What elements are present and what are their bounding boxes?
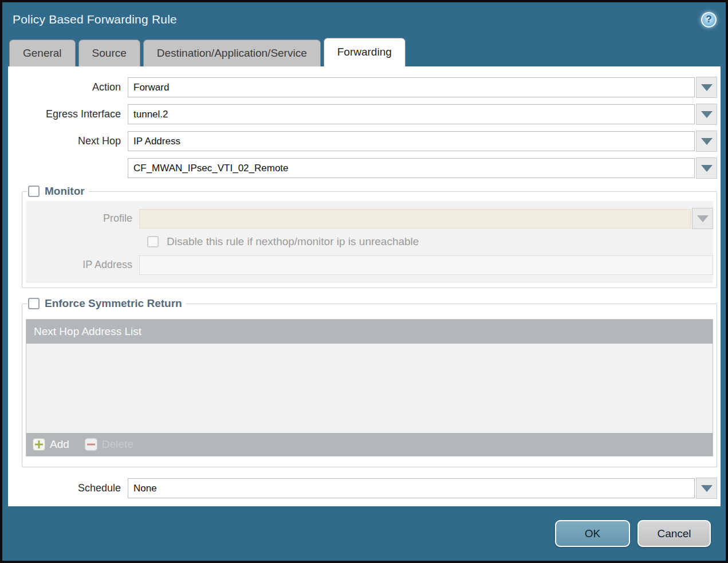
symmetric-return-section: Enforce Symmetric Return Next Hop Addres… — [22, 297, 717, 467]
delete-button: Delete — [85, 438, 133, 451]
egress-interface-row: Egress Interface tunnel.2 — [8, 104, 717, 124]
symmetric-return-legend-label: Enforce Symmetric Return — [45, 297, 182, 310]
action-row: Action Forward — [8, 77, 717, 97]
monitor-panel: Profile Disable this rule if nexthop/mon… — [26, 201, 713, 283]
tab-destination-application-service[interactable]: Destination/Application/Service — [143, 40, 321, 66]
egress-interface-label: Egress Interface — [8, 108, 128, 120]
schedule-dropdown-button[interactable] — [696, 478, 717, 499]
chevron-down-icon — [701, 165, 713, 172]
action-dropdown-button[interactable] — [696, 77, 717, 98]
chevron-down-icon — [701, 111, 713, 118]
add-button-label: Add — [50, 438, 69, 451]
next-hop-address-list-body[interactable] — [26, 344, 713, 433]
content-wrap: Action Forward Egress Interface tunnel.2… — [2, 66, 726, 506]
symmetric-return-legend: Enforce Symmetric Return — [27, 297, 186, 310]
next-hop-type-dropdown-button[interactable] — [696, 131, 717, 152]
next-hop-address-dropdown-button[interactable] — [696, 158, 717, 179]
dialog-title: Policy Based Forwarding Rule — [13, 13, 177, 26]
cancel-button[interactable]: Cancel — [638, 520, 711, 547]
next-hop-type-select[interactable]: IP Address — [128, 131, 695, 151]
egress-interface-select[interactable]: tunnel.2 — [128, 104, 695, 124]
table-footer-toolbar: Add Delete — [26, 433, 713, 456]
schedule-row: Schedule None — [8, 478, 717, 498]
monitor-legend: Monitor — [27, 185, 89, 198]
action-select[interactable]: Forward — [128, 77, 695, 97]
next-hop-address-list-header: Next Hop Address List — [26, 320, 713, 344]
dialog-footer: OK Cancel — [2, 506, 726, 561]
ok-button[interactable]: OK — [555, 520, 630, 547]
monitor-ip-input — [139, 255, 713, 275]
monitor-legend-label: Monitor — [45, 185, 85, 198]
tab-general[interactable]: General — [9, 40, 76, 66]
monitor-checkbox[interactable] — [28, 186, 40, 197]
egress-interface-dropdown-button[interactable] — [696, 104, 717, 125]
delete-button-label: Delete — [102, 438, 133, 451]
chevron-down-icon — [701, 84, 713, 91]
profile-row: Profile — [26, 208, 713, 229]
monitor-ip-row: IP Address — [26, 255, 713, 275]
titlebar: Policy Based Forwarding Rule ? — [2, 2, 726, 37]
schedule-select[interactable]: None — [128, 478, 695, 498]
next-hop-address-table: Next Hop Address List Add — [26, 319, 713, 456]
next-hop-label: Next Hop — [8, 135, 128, 147]
chevron-down-icon — [701, 485, 713, 492]
enforce-symmetric-return-checkbox[interactable] — [28, 298, 40, 309]
next-hop-address-select[interactable]: CF_MWAN_IPsec_VTI_02_Remote — [128, 158, 695, 178]
plus-icon — [33, 438, 45, 451]
add-button[interactable]: Add — [33, 438, 69, 451]
disable-rule-checkbox — [147, 236, 159, 247]
help-icon[interactable]: ? — [701, 12, 717, 27]
profile-select[interactable] — [139, 209, 691, 229]
next-hop-row: Next Hop IP Address — [8, 131, 717, 151]
disable-rule-row: Disable this rule if nexthop/monitor ip … — [147, 235, 713, 248]
chevron-down-icon — [697, 215, 709, 222]
disable-rule-label: Disable this rule if nexthop/monitor ip … — [167, 235, 419, 248]
tab-source[interactable]: Source — [78, 40, 140, 66]
tab-forwarding[interactable]: Forwarding — [324, 38, 406, 66]
action-label: Action — [8, 81, 128, 93]
profile-dropdown-button — [692, 208, 713, 229]
chevron-down-icon — [701, 138, 713, 145]
monitor-ip-label: IP Address — [26, 259, 139, 271]
monitor-section: Monitor Profile Disable this rule if nex… — [22, 185, 717, 288]
schedule-label: Schedule — [8, 482, 128, 494]
next-hop-address-row: CF_MWAN_IPsec_VTI_02_Remote — [8, 158, 717, 178]
forwarding-tab-panel: Action Forward Egress Interface tunnel.2… — [8, 66, 721, 506]
pbf-rule-dialog: Policy Based Forwarding Rule ? General S… — [0, 0, 728, 563]
tab-bar: General Source Destination/Application/S… — [2, 37, 726, 66]
minus-icon — [85, 438, 97, 451]
profile-label: Profile — [26, 212, 139, 225]
